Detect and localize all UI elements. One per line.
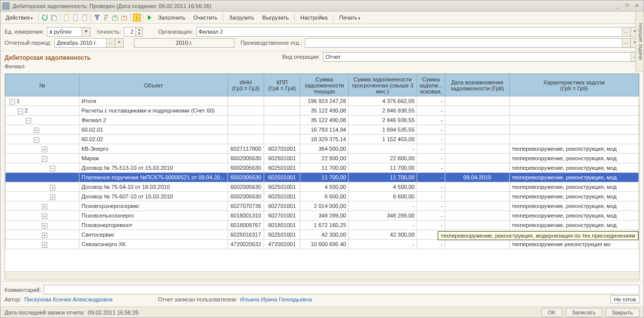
org-label: Организация:	[158, 29, 193, 35]
expand-icon[interactable]: −	[42, 156, 47, 162]
status-date-label: Дата последней записи отчета:	[5, 309, 85, 315]
unit-dropdown-icon[interactable]: ▾	[82, 27, 91, 37]
svg-text:i: i	[136, 15, 138, 21]
expand-icon[interactable]: −	[10, 99, 15, 104]
optype-label: Вид операции:	[282, 54, 320, 60]
close-icon[interactable]: ✕	[632, 3, 641, 10]
horizontal-scrollbar[interactable]	[5, 271, 639, 280]
data-grid[interactable]: № Объект ИНН (Гр3 = Гр3) КПП (Гр4 = Гр4)…	[5, 73, 639, 280]
svg-point-3	[67, 15, 69, 17]
svg-rect-5	[83, 15, 87, 21]
svg-rect-1	[52, 16, 56, 21]
filter-icon[interactable]	[93, 14, 101, 22]
save-button[interactable]: Записать	[566, 308, 602, 317]
saved-link[interactable]: Ильина Ирина Геннадьевна	[240, 296, 312, 302]
play-icon[interactable]	[145, 14, 153, 22]
org-select-icon[interactable]: ...	[622, 27, 631, 37]
expand-icon[interactable]: +	[42, 214, 47, 219]
col-sum-isk[interactable]: Сумма задолж... исковая,	[417, 74, 445, 96]
table-row[interactable]: −1Итоги196 923 247,264 376 662,05-	[6, 96, 639, 106]
refresh-icon[interactable]	[41, 14, 49, 22]
author-link[interactable]: Пискунова Ксения Александровна	[24, 296, 113, 302]
window-title: Дебиторская задолженность: Проведен (Дат…	[13, 3, 611, 9]
new-doc-icon[interactable]	[62, 14, 70, 22]
expand-icon[interactable]: +	[50, 185, 55, 190]
app-icon	[3, 3, 10, 10]
dept-select-icon[interactable]: ...	[622, 38, 631, 48]
expand-icon[interactable]: +	[42, 223, 47, 229]
expand-icon[interactable]: −	[50, 166, 55, 171]
print-menu[interactable]: Печать▾	[336, 13, 364, 22]
copy-icon[interactable]	[50, 14, 58, 22]
table-row[interactable]: +Псковсельхозэнерго601800131060270100134…	[6, 211, 639, 221]
col-sum-cur[interactable]: Сумма задолженности текущая	[300, 74, 349, 96]
settings-button[interactable]: Настройка	[297, 13, 331, 22]
unit-input[interactable]	[47, 27, 82, 37]
table-row[interactable]: −Мираж600200563060250100122 800,0022 800…	[6, 154, 639, 163]
export-icon[interactable]	[111, 14, 119, 22]
fill-button[interactable]: Заполнить	[154, 13, 189, 22]
dept-label: Производственное отд.:	[240, 40, 302, 46]
expand-icon[interactable]: −	[26, 118, 31, 124]
expand-icon[interactable]: −	[18, 109, 23, 114]
comment-input[interactable]	[44, 285, 639, 294]
saved-label: Отчет записан пользователем:	[158, 296, 237, 302]
doc-icon[interactable]	[71, 14, 79, 22]
table-row[interactable]: −60.02.0218 329 375,141 152 403,00-	[6, 135, 639, 144]
period-select-icon[interactable]: ...	[106, 38, 115, 48]
table-row[interactable]: +КВ-Энерго6027117800602701001364 000,00-…	[6, 144, 639, 154]
table-row[interactable]: −2Расчеты с поставщиками и подрядчиками …	[6, 106, 639, 116]
doc2-icon[interactable]	[80, 14, 89, 22]
author-label: Автор:	[5, 296, 21, 302]
expand-icon[interactable]: +	[42, 204, 47, 209]
maximize-icon[interactable]: ❐	[622, 3, 631, 10]
filter-panel: Ед. измерения: ▾ точность: ▲▼ Организаци…	[1, 24, 643, 51]
org-input[interactable]	[196, 27, 622, 37]
titlebar: Дебиторская задолженность: Проведен (Дат…	[1, 1, 643, 12]
table-row[interactable]: −Договор № 75-513-10 от 15.03.2010600200…	[6, 163, 639, 173]
status-date-value: 09.02.2011 16:56:26	[88, 309, 139, 315]
table-row[interactable]: +Севзапэнерго ХК472002063247200100110 60…	[6, 240, 639, 249]
import-icon[interactable]	[120, 14, 128, 22]
precision-input[interactable]	[124, 27, 136, 37]
dept-input[interactable]	[305, 38, 622, 48]
period-label: Отчетный период:	[5, 40, 51, 46]
bottom-panel: Комментарий: Автор: Пискунова Ксения Але…	[1, 281, 643, 306]
expand-icon[interactable]: +	[42, 242, 47, 248]
load-button[interactable]: Загрузить	[225, 13, 258, 22]
period-clear-icon[interactable]: ×	[115, 38, 124, 48]
col-num[interactable]: №	[6, 74, 79, 96]
expand-icon[interactable]: −	[34, 137, 39, 143]
optype-input[interactable]	[323, 52, 631, 62]
table-row[interactable]: +Псковэнергоремонт60180097676018010011 6…	[6, 221, 639, 230]
statusbar: Дата последней записи отчета: 09.02.2011…	[1, 306, 643, 317]
col-date[interactable]: Дата возникновения задолженности (Гр8)	[445, 74, 510, 96]
period-input[interactable]	[54, 38, 107, 48]
col-inn[interactable]: ИНН (Гр3 = Гр3)	[228, 74, 264, 96]
table-row[interactable]: +60.02.0116 793 114,941 694 535,55-	[6, 125, 639, 135]
ok-button[interactable]: OK	[541, 308, 562, 317]
actions-menu[interactable]: Действия▾	[2, 13, 36, 22]
table-row[interactable]: −Филиал 235 122 490,082 846 938,55-	[6, 116, 639, 125]
expand-icon[interactable]: +	[42, 147, 47, 152]
col-kpp[interactable]: КПП (Гр4 = Гр4)	[264, 74, 300, 96]
col-char[interactable]: Характеристика задолж (Гр9 = Гр9)	[510, 74, 639, 96]
help-icon[interactable]: i	[133, 14, 141, 22]
sort-icon[interactable]	[102, 14, 110, 22]
precision-spinner[interactable]: ▲▼	[136, 27, 143, 37]
minimize-icon[interactable]: _	[612, 3, 621, 10]
col-sum-over[interactable]: Сумма задолженности просроченная (свыше …	[349, 74, 417, 96]
side-tab-tasks[interactable]: текущие задачи	[635, 11, 644, 71]
expand-icon[interactable]: +	[34, 128, 39, 133]
clear-button[interactable]: Очистить	[190, 13, 221, 22]
table-row[interactable]: +Договор № 75-607-10 от 15.03.2010600200…	[6, 192, 639, 201]
unload-button[interactable]: Выгрузить	[259, 13, 292, 22]
table-row[interactable]: +Псковгорэнергосервис6027070736602701001…	[6, 201, 639, 211]
expand-icon[interactable]: +	[42, 233, 47, 238]
precision-label: точность:	[97, 29, 121, 35]
table-row[interactable]: Платежное поручение №ПСК75-00000521 от 0…	[6, 173, 639, 182]
expand-icon[interactable]: +	[50, 194, 55, 200]
table-row[interactable]: +Договор № 75-54-10 от 18.03.20106002005…	[6, 182, 639, 192]
col-obj[interactable]: Объект	[79, 74, 228, 96]
close-button[interactable]: Закрыть	[605, 308, 639, 317]
